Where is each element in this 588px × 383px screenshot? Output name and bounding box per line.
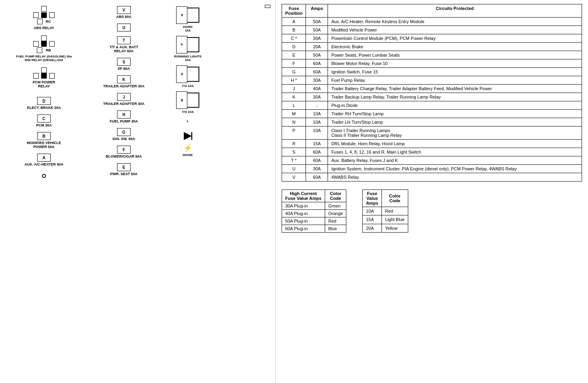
fuse-c-slot: C <box>37 115 51 122</box>
fuse-m-slot: M <box>176 91 187 109</box>
fuse-s-group: S I/P 60A <box>117 58 131 71</box>
abs-relay-label: ABS RELAY <box>34 26 54 30</box>
fuse-amps-cell: - <box>306 101 328 110</box>
fuse-table: FusePosition Amps Circuits Protected A50… <box>282 4 582 182</box>
table-row: N10ATrailer LH Turn/Stop Lamp <box>282 118 582 126</box>
fuse-h-group: H FUEL PUMP 30A <box>110 111 138 123</box>
list-item: 30A Plug-inGreen <box>282 202 346 210</box>
fuel-pump-relay-group: RB FUEL PUMP RELAY (GASOLINE) 30aIDM REL… <box>16 36 72 62</box>
fuse-position-cell: P <box>282 126 306 140</box>
fuse-position-cell: B <box>282 26 306 34</box>
fuse-position-cell: L <box>282 101 306 110</box>
fuse-amps-cell: 50A <box>306 51 328 59</box>
fuse-amps-cell: 20A <box>306 43 328 51</box>
list-item: 15ALight Blue <box>363 215 408 224</box>
hc-amps-cell: 30A Plug-in <box>282 202 325 210</box>
fuse-r-slot: R <box>176 6 187 24</box>
fuse-value-table: FuseValueAmps ColorCode 10ARed15ALight B… <box>362 190 408 233</box>
fuse-f-label: BLOWER/CIGAR 60A <box>106 154 142 158</box>
fuse-position-cell: E <box>282 51 306 59</box>
th-circuits: Circuits Protected <box>328 4 582 18</box>
fuse-j-group: J TRAILER ADAPTER 40A <box>103 93 145 106</box>
table-row: K30ATrailer Backup Lamp Relay, Trailer R… <box>282 93 582 101</box>
fuse-position-cell: D <box>282 43 306 51</box>
pcm-power-relay-group: PCM POWERRELAY <box>33 67 56 88</box>
fuse-circuits-cell: Ignition System, Instrument Cluster, PIA… <box>328 165 582 173</box>
fuel-pump-relay-label: FUEL PUMP RELAY (GASOLINE) 30aIDM RELAY … <box>16 55 72 62</box>
table-row: D20AElectronic Brake <box>282 43 582 51</box>
list-item: 50A Plug-inRed <box>282 217 346 225</box>
fuse-amps-cell: 50A <box>306 18 328 26</box>
hc-amps-cell: 60A Plug-in <box>282 225 325 233</box>
hc-amps-cell: 40A Plug-in <box>282 210 325 217</box>
fuse-d-group: D ELECT. BRAKE 20A <box>27 97 61 110</box>
fuse-amps-cell: 40A <box>306 85 328 93</box>
fuse-c-label: PCM 30A <box>36 123 52 127</box>
table-row: A50AAux. A/C-Heater, Remote Keyless Entr… <box>282 18 582 26</box>
table-row: L-Plug-in Diode <box>282 101 582 110</box>
relay-pin-sq <box>33 41 39 47</box>
relay-pin-sq <box>41 36 47 41</box>
fuse-t-label: T/T & AUX. BATTRELAY 60A <box>109 45 138 53</box>
fuse-position-cell: H * <box>282 76 306 85</box>
gasoline-note <box>265 5 270 8</box>
col-mid: V ABS 60A U T T/T & AUX. BATTRELAY 60A S… <box>84 6 164 181</box>
fuse-circuits-cell: Blower Motor Relay, Fuse 10 <box>328 59 582 68</box>
fuse-circuits-cell: 4WABS Relay <box>328 173 582 182</box>
fv-amps-cell: 10A <box>363 207 382 215</box>
fuse-position-cell: S <box>282 148 306 156</box>
fuse-position-cell: C * <box>282 34 306 43</box>
fuse-amps-cell: 10A <box>306 126 328 140</box>
fuse-amps-cell: 30A <box>306 165 328 173</box>
abs-relay-icon: RC <box>33 6 55 24</box>
relay-pin-filled <box>41 73 47 79</box>
table-row: J40ATrailer Battery Charge Relay, Traile… <box>282 85 582 93</box>
fuse-b-slot: B <box>37 132 51 140</box>
fv-amps-header: FuseValueAmps <box>363 190 382 207</box>
fuse-r-label: HORN15A <box>183 25 193 32</box>
fuse-p-slot: P <box>176 36 187 53</box>
table-row: F60ABlower Motor Relay, Fuse 10 <box>282 59 582 68</box>
fuse-circuits-cell: Ignition Switch, Fuse 15 <box>328 68 582 76</box>
fuse-circuits-cell: Modified Vehicle Power <box>328 26 582 34</box>
diagram-main: RC ABS RELAY <box>4 6 271 181</box>
fuse-position-cell: T * <box>282 156 306 165</box>
hc-color-header: ColorCode <box>325 190 346 202</box>
relay-pin-sq <box>49 73 55 79</box>
hc-amps-header: High CurrentFuse Value Amps <box>282 190 325 202</box>
fuse-k-slot: K <box>117 75 131 83</box>
th-amps: Amps <box>306 4 328 18</box>
fuse-k-label: TRAILER ADAPTER 30A <box>103 84 145 88</box>
col-right: R HORN15A P RUNNING LIGHTS10A N T/S 10A <box>164 6 212 181</box>
plug-symbol: ⚡ <box>183 144 192 152</box>
fuse-v-label: ABS 60A <box>116 15 131 19</box>
fuse-circuits-cell: Fuel Pump Relay <box>328 76 582 85</box>
fuse-v-group: V ABS 60A <box>116 6 131 19</box>
fuse-g-slot: G <box>117 128 131 136</box>
fuse-amps-cell: 30A <box>306 76 328 85</box>
fuse-d-label: ELECT. BRAKE 20A <box>27 106 61 110</box>
relay-pin-sq <box>33 12 39 18</box>
table-row: E50APower Seats, Power Lumbar Seats <box>282 51 582 59</box>
fuse-j-slot: J <box>117 93 131 101</box>
hc-color-cell: Red <box>325 217 346 225</box>
fuse-position-cell: M <box>282 110 306 118</box>
fuse-b-label: MODIFIED VEHICLEPOWER 50A <box>27 141 61 149</box>
list-item: 60A Plug-inBlue <box>282 225 346 233</box>
fuse-s-label: I/P 60A <box>118 67 130 71</box>
fuse-position-cell: G <box>282 68 306 76</box>
fuse-t-group: T T/T & AUX. BATTRELAY 60A <box>109 36 138 53</box>
fuse-circuits-cell: Trailer Backup Lamp Relay, Trailer Runni… <box>328 93 582 101</box>
fv-amps-cell: 20A <box>363 224 382 232</box>
hc-color-cell: Orange <box>325 210 346 217</box>
fuse-circuits-cell: Fuses 1, 4, 8, 12, 16 and R, Main Light … <box>328 148 582 156</box>
fuse-t-slot: T <box>117 36 131 44</box>
fuse-amps-cell: 50A <box>306 26 328 34</box>
fuse-circuits-cell: Power Seats, Power Lumbar Seats <box>328 51 582 59</box>
fuse-v-slot: V <box>117 6 131 14</box>
fuse-circuits-cell: Powertrain Control Module (PCM), PCM Pow… <box>328 34 582 43</box>
relay-pin-sq <box>37 47 42 53</box>
fuse-amps-cell: 10A <box>306 118 328 126</box>
fuse-circuits-cell: Trailer RH Turn/Stop Lamp <box>328 110 582 118</box>
fuse-a-group: A AUX. A/C-HEATER 50A <box>24 154 64 166</box>
